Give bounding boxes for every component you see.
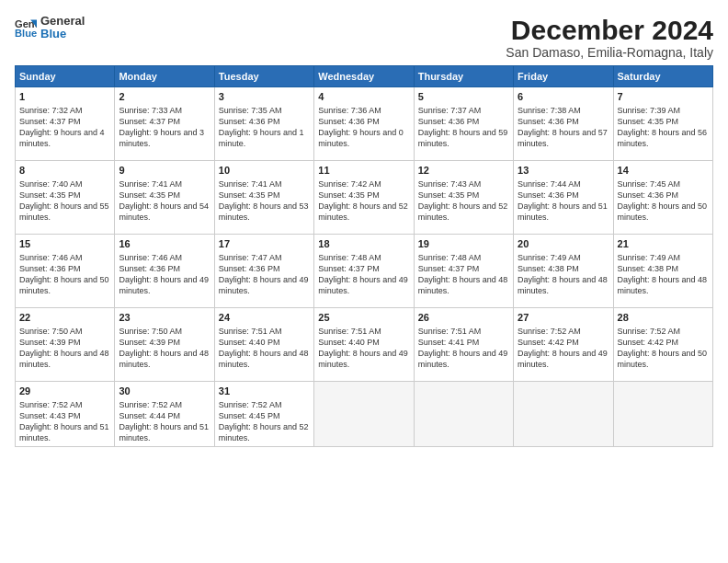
calendar-title: December 2024 [506,15,713,45]
col-saturday: Saturday [613,66,712,87]
table-row [414,382,513,447]
table-row: 31Sunrise: 7:52 AMSunset: 4:45 PMDayligh… [214,382,313,447]
table-row: 17Sunrise: 7:47 AMSunset: 4:36 PMDayligh… [214,235,313,308]
table-row: 8Sunrise: 7:40 AMSunset: 4:35 PMDaylight… [16,161,115,235]
table-row: 23Sunrise: 7:50 AMSunset: 4:39 PMDayligh… [115,308,214,382]
svg-text:Blue: Blue [15,29,37,40]
table-row: 29Sunrise: 7:52 AMSunset: 4:43 PMDayligh… [16,382,115,447]
table-row: 22Sunrise: 7:50 AMSunset: 4:39 PMDayligh… [16,308,115,382]
table-row: 10Sunrise: 7:41 AMSunset: 4:35 PMDayligh… [214,161,313,235]
title-block: December 2024 San Damaso, Emilia-Romagna… [506,15,713,60]
table-row: 30Sunrise: 7:52 AMSunset: 4:44 PMDayligh… [115,382,214,447]
table-row: 3Sunrise: 7:35 AMSunset: 4:36 PMDaylight… [214,87,313,161]
table-row: 2Sunrise: 7:33 AMSunset: 4:37 PMDaylight… [115,87,214,161]
header-row: Sunday Monday Tuesday Wednesday Thursday… [16,66,713,87]
table-row: 7Sunrise: 7:39 AMSunset: 4:35 PMDaylight… [613,87,712,161]
table-row: 5Sunrise: 7:37 AMSunset: 4:36 PMDaylight… [414,87,513,161]
calendar-table: Sunday Monday Tuesday Wednesday Thursday… [15,65,713,447]
logo-text: General Blue [40,15,85,41]
table-row: 6Sunrise: 7:38 AMSunset: 4:36 PMDaylight… [514,87,613,161]
table-row: 12Sunrise: 7:43 AMSunset: 4:35 PMDayligh… [414,161,513,235]
logo-general: General [40,15,85,28]
logo: General Blue General Blue [15,15,85,41]
table-row: 9Sunrise: 7:41 AMSunset: 4:35 PMDaylight… [115,161,214,235]
table-row: 16Sunrise: 7:46 AMSunset: 4:36 PMDayligh… [115,235,214,308]
page: General Blue General Blue December 2024 … [0,0,728,563]
col-sunday: Sunday [16,66,115,87]
table-row: 19Sunrise: 7:48 AMSunset: 4:37 PMDayligh… [414,235,513,308]
table-row: 1Sunrise: 7:32 AMSunset: 4:37 PMDaylight… [16,87,115,161]
table-row: 15Sunrise: 7:46 AMSunset: 4:36 PMDayligh… [16,235,115,308]
col-monday: Monday [115,66,214,87]
table-row: 11Sunrise: 7:42 AMSunset: 4:35 PMDayligh… [314,161,414,235]
table-row: 4Sunrise: 7:36 AMSunset: 4:36 PMDaylight… [314,87,414,161]
table-row: 14Sunrise: 7:45 AMSunset: 4:36 PMDayligh… [613,161,712,235]
table-row: 18Sunrise: 7:48 AMSunset: 4:37 PMDayligh… [314,235,414,308]
table-row: 28Sunrise: 7:52 AMSunset: 4:42 PMDayligh… [613,308,712,382]
table-row: 13Sunrise: 7:44 AMSunset: 4:36 PMDayligh… [514,161,613,235]
table-row: 20Sunrise: 7:49 AMSunset: 4:38 PMDayligh… [514,235,613,308]
table-row [613,382,712,447]
logo-icon: General Blue [15,17,37,39]
col-friday: Friday [514,66,613,87]
table-row: 21Sunrise: 7:49 AMSunset: 4:38 PMDayligh… [613,235,712,308]
table-row: 25Sunrise: 7:51 AMSunset: 4:40 PMDayligh… [314,308,414,382]
header: General Blue General Blue December 2024 … [15,15,713,60]
table-row: 24Sunrise: 7:51 AMSunset: 4:40 PMDayligh… [214,308,313,382]
col-tuesday: Tuesday [214,66,313,87]
table-row: 27Sunrise: 7:52 AMSunset: 4:42 PMDayligh… [514,308,613,382]
col-thursday: Thursday [414,66,513,87]
logo-blue: Blue [40,28,85,40]
col-wednesday: Wednesday [314,66,414,87]
table-row: 26Sunrise: 7:51 AMSunset: 4:41 PMDayligh… [414,308,513,382]
table-row [314,382,414,447]
table-row [514,382,613,447]
calendar-subtitle: San Damaso, Emilia-Romagna, Italy [506,45,713,60]
